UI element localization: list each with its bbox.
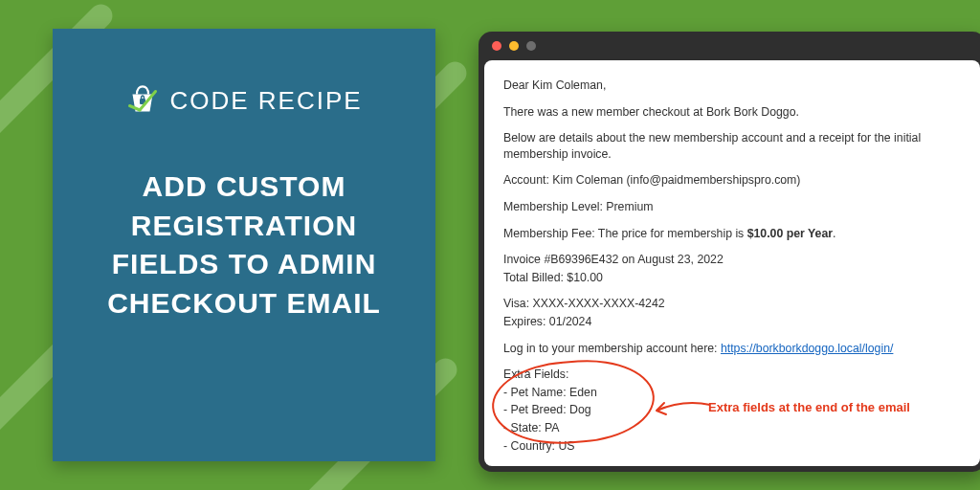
email-account: Account: Kim Coleman (info@paidmembershi… [503, 172, 961, 189]
titlebar [479, 32, 980, 60]
email-invoice: Invoice #B69396E432 on August 23, 2022 [503, 252, 961, 268]
fee-price: $10.00 per Year [747, 227, 833, 240]
extra-fields-block: Extra Fields: - Pet Name: Eden - Pet Bre… [503, 367, 961, 454]
card-block: Visa: XXXX-XXXX-XXXX-4242 Expires: 01/20… [503, 296, 961, 329]
close-icon[interactable] [492, 41, 501, 51]
minimize-icon[interactable] [509, 41, 519, 51]
extra-field: - State: PA [503, 420, 961, 436]
email-body: Dear Kim Coleman, There was a new member… [484, 60, 980, 466]
email-intro: There was a new member checkout at Bork … [503, 104, 961, 121]
email-below: Below are details about the new membersh… [503, 130, 961, 162]
email-greeting: Dear Kim Coleman, [503, 78, 961, 94]
fee-prefix: Membership Fee: The price for membership… [503, 227, 747, 240]
email-level: Membership Level: Premium [503, 199, 961, 215]
fee-suffix: . [833, 227, 835, 240]
extra-heading: Extra Fields: [503, 367, 961, 383]
maximize-icon[interactable] [526, 41, 536, 51]
email-expires: Expires: 01/2024 [503, 314, 961, 330]
extra-field: - Country: US [503, 438, 961, 455]
email-total: Total Billed: $10.00 [503, 270, 961, 286]
login-prefix: Log in to your membership account here: [503, 342, 721, 355]
logo-row: CODE RECIPE [125, 81, 362, 120]
email-visa: Visa: XXXX-XXXX-XXXX-4242 [503, 296, 961, 312]
email-fee: Membership Fee: The price for membership… [503, 226, 961, 242]
invoice-block: Invoice #B69396E432 on August 23, 2022 T… [503, 252, 961, 285]
browser-window: Dear Kim Coleman, There was a new member… [479, 32, 980, 472]
bag-lock-icon [125, 81, 160, 120]
title-card: CODE RECIPE ADD CUSTOM REGISTRATION FIEL… [53, 29, 435, 461]
headline: ADD CUSTOM REGISTRATION FIELDS TO ADMIN … [81, 167, 407, 323]
extra-field: - Pet Name: Eden [503, 385, 961, 401]
email-login: Log in to your membership account here: … [503, 341, 961, 357]
annotation-label: Extra fields at the end of the email [708, 399, 910, 416]
brand-text: CODE RECIPE [169, 86, 362, 116]
login-link[interactable]: https://borkborkdoggo.local/login/ [721, 342, 893, 355]
